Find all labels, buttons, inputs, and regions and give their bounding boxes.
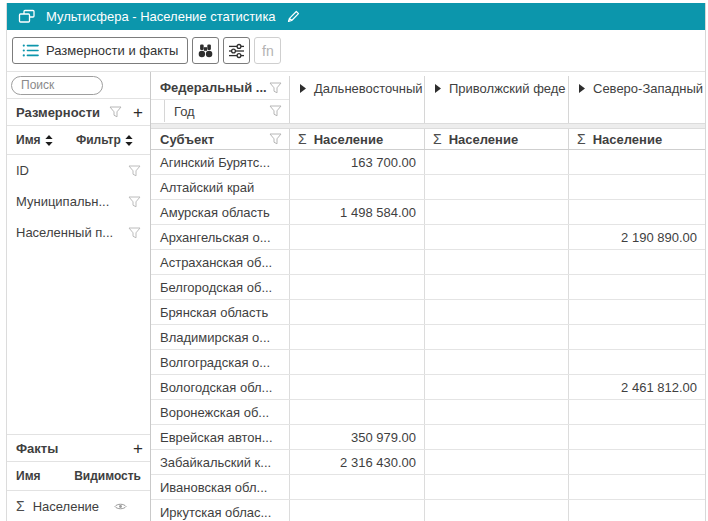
row-label-cell[interactable]: Забайкальский к... [151,450,289,474]
find-button[interactable] [192,37,219,64]
row-label-cell[interactable]: Владимирская о... [151,325,289,349]
measure-header[interactable]: Σ Население [289,129,424,149]
table-row: Алтайский край [151,175,705,200]
settings-button[interactable] [223,37,250,64]
value-cell[interactable] [289,225,424,249]
value-cell[interactable] [289,175,424,199]
visibility-eye-icon[interactable] [114,502,127,511]
value-cell[interactable] [424,475,568,499]
value-cell[interactable] [568,325,705,349]
value-cell[interactable] [424,250,568,274]
value-cell[interactable] [568,350,705,374]
row-label-cell[interactable]: Алтайский край [151,175,289,199]
row-label-cell[interactable]: Воронежская об... [151,400,289,424]
filter-icon[interactable] [128,227,141,239]
group-header[interactable]: Дальневосточный ф [289,76,424,123]
dimension-item[interactable]: ID [7,155,150,186]
expand-icon[interactable] [300,84,306,93]
dimensions-filter-icon[interactable] [109,106,122,118]
value-cell[interactable] [424,400,568,424]
row-dimension-header[interactable]: Федеральный ... [151,76,289,100]
value-cell[interactable] [568,500,705,521]
value-cell[interactable] [424,275,568,299]
window-icon[interactable] [18,9,36,24]
value-cell[interactable]: 163 700.00 [289,150,424,174]
value-cell[interactable] [424,175,568,199]
sigma-icon: Σ [433,131,442,147]
filter-icon[interactable] [269,133,282,145]
filter-icon[interactable] [269,82,282,94]
add-fact-button[interactable]: + [133,440,143,457]
row-label-cell[interactable]: Агинский Бурятс... [151,150,289,174]
row-label-cell[interactable]: Вологодская обл... [151,375,289,399]
row-label-cell[interactable]: Архангельская о... [151,225,289,249]
value-cell[interactable] [424,350,568,374]
value-cell[interactable] [289,500,424,521]
value-cell[interactable] [568,425,705,449]
value-cell[interactable] [289,250,424,274]
value-cell[interactable] [424,300,568,324]
value-cell[interactable] [424,450,568,474]
value-cell[interactable]: 2 316 430.00 [289,450,424,474]
row-label-cell[interactable]: Белгородская об... [151,275,289,299]
row-label-cell[interactable]: Амурская область [151,200,289,224]
value-cell[interactable] [424,375,568,399]
filter-icon[interactable] [128,165,141,177]
value-cell[interactable] [289,325,424,349]
value-cell[interactable] [289,375,424,399]
filter-icon[interactable] [269,105,282,117]
value-cell[interactable] [289,400,424,424]
fact-item[interactable]: Σ Население [7,491,150,521]
value-cell[interactable] [289,475,424,499]
value-cell[interactable] [424,200,568,224]
dimensions-facts-label: Размерности и факты [46,43,178,58]
value-cell[interactable] [568,250,705,274]
row-label-cell[interactable]: Брянская область [151,300,289,324]
dimension-item[interactable]: Населенный п... [7,217,150,248]
measure-header[interactable]: Σ Население [424,129,568,149]
app-window: Мультисфера - Население статистика [6,3,706,521]
group-header[interactable]: Северо-Западный ф [568,76,705,123]
row-label-cell[interactable]: Иркутская облас... [151,500,289,521]
value-cell[interactable] [568,450,705,474]
value-cell[interactable] [568,175,705,199]
value-cell[interactable]: 2 190 890.00 [568,225,705,249]
value-cell[interactable]: 350 979.00 [289,425,424,449]
value-cell[interactable]: 1 498 584.00 [289,200,424,224]
group-header[interactable]: Приволжский феде [424,76,568,123]
dimensions-facts-button[interactable]: Размерности и факты [12,37,188,64]
name-sort-icon[interactable] [45,135,53,146]
subject-column-header[interactable]: Субъект [151,129,289,149]
filter-icon[interactable] [128,196,141,208]
value-cell[interactable] [289,275,424,299]
value-cell[interactable] [568,275,705,299]
row-label-cell[interactable]: Волгоградская о... [151,350,289,374]
value-cell[interactable] [424,325,568,349]
value-cell[interactable]: 2 461 812.00 [568,375,705,399]
add-dimension-button[interactable]: + [133,104,143,121]
value-cell[interactable] [289,300,424,324]
value-cell[interactable] [424,425,568,449]
row-label-cell[interactable]: Астраханская об... [151,250,289,274]
expand-icon[interactable] [435,84,441,93]
dimensions-title: Размерности [16,105,100,120]
filter-sort-icon[interactable] [125,135,133,146]
row-label-cell[interactable]: Еврейская автон... [151,425,289,449]
column-dimension-header[interactable]: Год [164,100,289,122]
row-label-cell[interactable]: Ивановская обл... [151,475,289,499]
fn-button[interactable]: fn [254,37,281,64]
value-cell[interactable] [568,475,705,499]
value-cell[interactable] [289,350,424,374]
search-input[interactable] [11,76,103,95]
dimension-item[interactable]: Муниципальн... [7,186,150,217]
value-cell[interactable] [568,400,705,424]
measure-header[interactable]: Σ Население [568,129,705,149]
value-cell[interactable] [424,225,568,249]
value-cell[interactable] [568,200,705,224]
edit-title-icon[interactable] [286,9,301,24]
value-cell[interactable] [568,300,705,324]
value-cell[interactable] [424,150,568,174]
expand-icon[interactable] [579,84,585,93]
value-cell[interactable] [568,150,705,174]
value-cell[interactable] [424,500,568,521]
